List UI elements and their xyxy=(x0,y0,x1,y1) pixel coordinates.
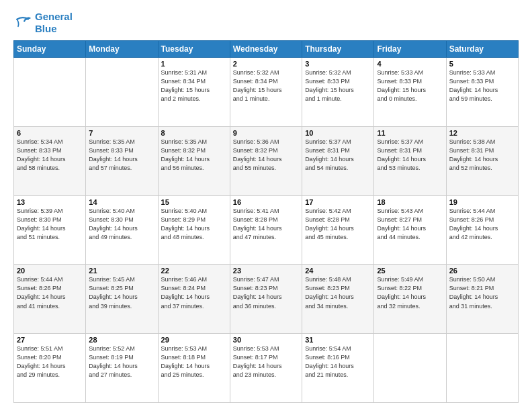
calendar-cell: 22Sunrise: 5:46 AM Sunset: 8:24 PM Dayli… xyxy=(158,265,230,334)
day-number: 31 xyxy=(305,336,371,344)
calendar-week-2: 6Sunrise: 5:34 AM Sunset: 8:33 PM Daylig… xyxy=(14,126,519,195)
day-number: 23 xyxy=(233,267,299,275)
day-info: Sunrise: 5:37 AM Sunset: 8:31 PM Dayligh… xyxy=(305,138,371,173)
logo-text: General Blue xyxy=(35,11,73,35)
day-info: Sunrise: 5:33 AM Sunset: 8:33 PM Dayligh… xyxy=(449,68,515,103)
logo-line2: Blue xyxy=(35,23,73,35)
day-info: Sunrise: 5:49 AM Sunset: 8:22 PM Dayligh… xyxy=(377,275,443,310)
calendar-cell: 25Sunrise: 5:49 AM Sunset: 8:22 PM Dayli… xyxy=(374,265,446,334)
calendar-cell: 13Sunrise: 5:39 AM Sunset: 8:30 PM Dayli… xyxy=(14,195,86,265)
day-info: Sunrise: 5:35 AM Sunset: 8:33 PM Dayligh… xyxy=(89,138,154,173)
calendar-cell: 5Sunrise: 5:33 AM Sunset: 8:33 PM Daylig… xyxy=(446,58,518,127)
calendar-cell: 30Sunrise: 5:53 AM Sunset: 8:17 PM Dayli… xyxy=(230,334,302,403)
day-info: Sunrise: 5:35 AM Sunset: 8:32 PM Dayligh… xyxy=(161,138,227,173)
page: General Blue Sunday Monday Tuesday Wedne… xyxy=(0,0,532,411)
day-number: 25 xyxy=(377,267,443,275)
day-number: 22 xyxy=(161,267,227,275)
day-number: 19 xyxy=(449,198,515,206)
calendar-cell: 18Sunrise: 5:43 AM Sunset: 8:27 PM Dayli… xyxy=(374,195,446,265)
header: General Blue xyxy=(13,11,519,35)
day-info: Sunrise: 5:52 AM Sunset: 8:19 PM Dayligh… xyxy=(89,345,154,379)
calendar-cell: 9Sunrise: 5:36 AM Sunset: 8:32 PM Daylig… xyxy=(230,126,302,195)
day-number: 27 xyxy=(17,336,83,344)
day-number: 6 xyxy=(17,129,83,137)
day-number: 21 xyxy=(89,267,154,275)
calendar-cell: 28Sunrise: 5:52 AM Sunset: 8:19 PM Dayli… xyxy=(86,334,158,403)
day-number: 16 xyxy=(233,198,299,206)
logo-icon xyxy=(13,13,32,32)
header-saturday: Saturday xyxy=(446,41,518,58)
day-info: Sunrise: 5:43 AM Sunset: 8:27 PM Dayligh… xyxy=(377,207,443,242)
day-info: Sunrise: 5:47 AM Sunset: 8:23 PM Dayligh… xyxy=(233,275,299,310)
calendar-week-5: 27Sunrise: 5:51 AM Sunset: 8:20 PM Dayli… xyxy=(14,334,519,403)
day-info: Sunrise: 5:44 AM Sunset: 8:26 PM Dayligh… xyxy=(17,275,83,310)
header-sunday: Sunday xyxy=(14,41,86,58)
day-info: Sunrise: 5:36 AM Sunset: 8:32 PM Dayligh… xyxy=(233,138,299,173)
day-info: Sunrise: 5:48 AM Sunset: 8:23 PM Dayligh… xyxy=(305,275,371,310)
day-number: 20 xyxy=(17,267,83,275)
calendar-cell: 14Sunrise: 5:40 AM Sunset: 8:30 PM Dayli… xyxy=(86,195,158,265)
day-info: Sunrise: 5:41 AM Sunset: 8:28 PM Dayligh… xyxy=(233,207,299,242)
calendar-cell: 7Sunrise: 5:35 AM Sunset: 8:33 PM Daylig… xyxy=(86,126,158,195)
day-info: Sunrise: 5:33 AM Sunset: 8:33 PM Dayligh… xyxy=(377,68,443,103)
calendar-cell: 31Sunrise: 5:54 AM Sunset: 8:16 PM Dayli… xyxy=(302,334,374,403)
day-number: 7 xyxy=(89,129,154,137)
calendar-cell: 16Sunrise: 5:41 AM Sunset: 8:28 PM Dayli… xyxy=(230,195,302,265)
day-number: 29 xyxy=(161,336,227,344)
calendar-cell: 15Sunrise: 5:40 AM Sunset: 8:29 PM Dayli… xyxy=(158,195,230,265)
day-info: Sunrise: 5:50 AM Sunset: 8:21 PM Dayligh… xyxy=(449,275,515,310)
day-info: Sunrise: 5:32 AM Sunset: 8:33 PM Dayligh… xyxy=(305,68,371,103)
calendar-week-4: 20Sunrise: 5:44 AM Sunset: 8:26 PM Dayli… xyxy=(14,265,519,334)
calendar-cell xyxy=(374,334,446,403)
day-info: Sunrise: 5:53 AM Sunset: 8:17 PM Dayligh… xyxy=(233,345,299,379)
day-number: 1 xyxy=(161,60,227,68)
day-info: Sunrise: 5:51 AM Sunset: 8:20 PM Dayligh… xyxy=(17,345,83,379)
day-info: Sunrise: 5:42 AM Sunset: 8:28 PM Dayligh… xyxy=(305,207,371,242)
header-tuesday: Tuesday xyxy=(158,41,230,58)
svg-rect-0 xyxy=(13,13,32,32)
header-thursday: Thursday xyxy=(302,41,374,58)
calendar-cell xyxy=(86,58,158,127)
calendar-cell: 21Sunrise: 5:45 AM Sunset: 8:25 PM Dayli… xyxy=(86,265,158,334)
day-info: Sunrise: 5:40 AM Sunset: 8:30 PM Dayligh… xyxy=(89,207,154,242)
day-number: 3 xyxy=(305,60,371,68)
day-number: 14 xyxy=(89,198,154,206)
calendar-cell: 8Sunrise: 5:35 AM Sunset: 8:32 PM Daylig… xyxy=(158,126,230,195)
logo: General Blue xyxy=(13,11,73,35)
day-number: 10 xyxy=(305,129,371,137)
day-info: Sunrise: 5:53 AM Sunset: 8:18 PM Dayligh… xyxy=(161,345,227,379)
day-info: Sunrise: 5:31 AM Sunset: 8:34 PM Dayligh… xyxy=(161,68,227,103)
header-wednesday: Wednesday xyxy=(230,41,302,58)
day-number: 8 xyxy=(161,129,227,137)
day-number: 2 xyxy=(233,60,299,68)
day-info: Sunrise: 5:37 AM Sunset: 8:31 PM Dayligh… xyxy=(377,138,443,173)
day-number: 5 xyxy=(449,60,515,68)
calendar-cell: 11Sunrise: 5:37 AM Sunset: 8:31 PM Dayli… xyxy=(374,126,446,195)
day-number: 17 xyxy=(305,198,371,206)
calendar: Sunday Monday Tuesday Wednesday Thursday… xyxy=(13,40,519,403)
weekday-header-row: Sunday Monday Tuesday Wednesday Thursday… xyxy=(14,41,519,58)
calendar-cell: 23Sunrise: 5:47 AM Sunset: 8:23 PM Dayli… xyxy=(230,265,302,334)
calendar-cell: 2Sunrise: 5:32 AM Sunset: 8:34 PM Daylig… xyxy=(230,58,302,127)
day-info: Sunrise: 5:38 AM Sunset: 8:31 PM Dayligh… xyxy=(449,138,515,173)
day-number: 26 xyxy=(449,267,515,275)
calendar-cell: 27Sunrise: 5:51 AM Sunset: 8:20 PM Dayli… xyxy=(14,334,86,403)
day-number: 28 xyxy=(89,336,154,344)
calendar-cell: 6Sunrise: 5:34 AM Sunset: 8:33 PM Daylig… xyxy=(14,126,86,195)
day-number: 15 xyxy=(161,198,227,206)
day-number: 12 xyxy=(449,129,515,137)
day-info: Sunrise: 5:46 AM Sunset: 8:24 PM Dayligh… xyxy=(161,275,227,310)
header-monday: Monday xyxy=(86,41,158,58)
calendar-cell: 4Sunrise: 5:33 AM Sunset: 8:33 PM Daylig… xyxy=(374,58,446,127)
calendar-cell: 24Sunrise: 5:48 AM Sunset: 8:23 PM Dayli… xyxy=(302,265,374,334)
calendar-cell xyxy=(14,58,86,127)
day-number: 30 xyxy=(233,336,299,344)
day-info: Sunrise: 5:32 AM Sunset: 8:34 PM Dayligh… xyxy=(233,68,299,103)
day-number: 9 xyxy=(233,129,299,137)
calendar-header: Sunday Monday Tuesday Wednesday Thursday… xyxy=(14,41,519,58)
calendar-cell: 26Sunrise: 5:50 AM Sunset: 8:21 PM Dayli… xyxy=(446,265,518,334)
calendar-cell: 17Sunrise: 5:42 AM Sunset: 8:28 PM Dayli… xyxy=(302,195,374,265)
calendar-week-3: 13Sunrise: 5:39 AM Sunset: 8:30 PM Dayli… xyxy=(14,195,519,265)
day-number: 11 xyxy=(377,129,443,137)
calendar-cell xyxy=(446,334,518,403)
